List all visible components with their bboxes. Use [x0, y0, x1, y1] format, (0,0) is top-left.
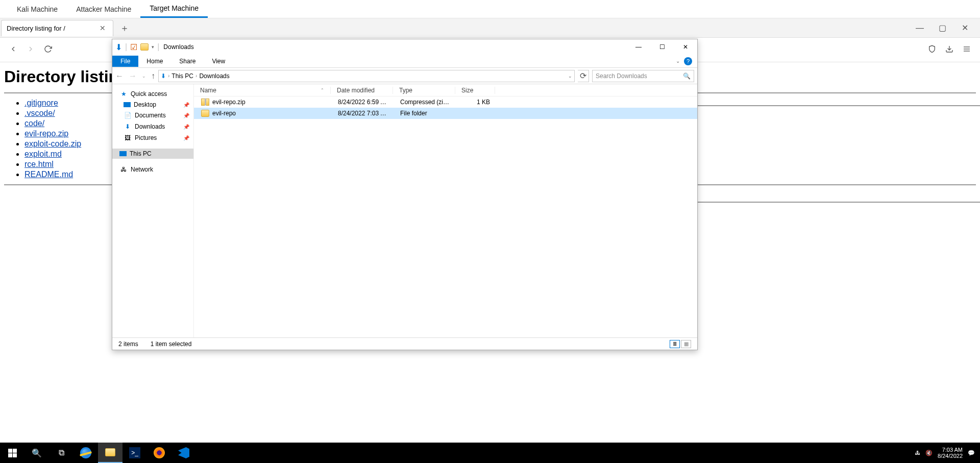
directory-link[interactable]: README.md [24, 170, 73, 179]
explorer-minimize-button[interactable]: — [627, 39, 650, 55]
directory-link[interactable]: exploit.md [24, 150, 62, 158]
file-name: evil-repo.zip [212, 99, 246, 106]
directory-link[interactable]: exploit-code.zip [24, 139, 81, 148]
taskbar-powershell-button[interactable]: >_ [122, 443, 147, 463]
browser-tab-title: Directory listing for / [7, 25, 65, 32]
taskbar-ie-button[interactable] [74, 443, 98, 463]
close-tab-icon[interactable]: ✕ [97, 24, 108, 32]
pictures-icon: 🖼 [124, 134, 132, 142]
qat-properties-icon[interactable]: ☑ [130, 42, 137, 52]
task-view-button[interactable]: ⧉ [49, 443, 74, 463]
taskbar-vscode-button[interactable] [172, 443, 196, 463]
tray-notifications-icon[interactable]: 💬 [968, 450, 975, 456]
ribbon-share[interactable]: Share [171, 56, 204, 67]
nav-desktop[interactable]: Desktop 📌 [112, 100, 193, 110]
window-title: Downloads [163, 43, 193, 51]
address-refresh-button[interactable]: ⟳ [578, 70, 589, 82]
nav-this-pc[interactable]: This PC [112, 149, 193, 159]
col-type[interactable]: Type [393, 87, 455, 94]
file-size: 1 KB [456, 99, 496, 106]
table-row[interactable]: evil-repo.zip8/24/2022 6:59 AMCompressed… [194, 96, 697, 108]
taskbar-search-button[interactable]: 🔍 [24, 443, 49, 463]
download-icon[interactable] [945, 45, 953, 55]
machine-tab-kali[interactable]: Kali Machine [8, 1, 67, 17]
search-input[interactable]: Search Downloads 🔍 [592, 70, 694, 82]
explorer-forward-button[interactable]: → [129, 71, 137, 81]
machine-tab-target[interactable]: Target Machine [140, 0, 208, 18]
breadcrumb-this-pc[interactable]: This PC [172, 72, 193, 80]
file-date: 8/24/2022 7:03 AM [332, 110, 394, 117]
nav-documents[interactable]: 📄 Documents 📌 [112, 110, 193, 121]
col-size[interactable]: Size [455, 87, 495, 94]
download-arrow-icon: ⬇ [161, 72, 166, 80]
navigation-pane: ★ Quick access Desktop 📌 📄 Documents 📌 ⬇… [112, 84, 194, 337]
browser-tab-strip: Directory listing for / ✕ ＋ — ▢ ✕ [0, 18, 980, 38]
forward-button[interactable] [27, 45, 35, 55]
menu-icon[interactable] [963, 45, 971, 55]
address-dropdown-icon[interactable]: ⌄ [568, 74, 572, 79]
pin-icon: 📌 [183, 102, 189, 108]
browser-maximize-icon[interactable]: ▢ [937, 23, 947, 33]
explorer-close-button[interactable]: ✕ [674, 39, 697, 55]
qat-dropdown-icon[interactable]: ▾ [152, 44, 154, 50]
status-bar: 2 items 1 item selected ≣ ▦ [112, 337, 697, 350]
folder-icon [105, 448, 115, 456]
explorer-maximize-button[interactable]: ☐ [650, 39, 674, 55]
page-divider [697, 105, 980, 106]
taskbar-firefox-button[interactable] [147, 443, 172, 463]
folder-icon [140, 43, 149, 51]
machine-tab-bar: Kali Machine Attacker Machine Target Mac… [0, 0, 980, 18]
tray-network-icon[interactable]: 🖧 [915, 450, 920, 456]
address-bar[interactable]: ⬇ › This PC › Downloads ⌄ [158, 70, 575, 82]
ribbon-view[interactable]: View [204, 56, 233, 67]
monitor-icon [119, 151, 127, 156]
qat-down-arrow-icon[interactable]: ⬇ [115, 42, 122, 52]
browser-tab[interactable]: Directory listing for / ✕ [1, 20, 113, 36]
nav-quick-access[interactable]: ★ Quick access [112, 88, 193, 100]
tray-clock[interactable]: 7:03 AM 8/24/2022 [938, 447, 963, 459]
directory-link[interactable]: .vscode/ [24, 109, 55, 117]
search-placeholder: Search Downloads [596, 72, 647, 80]
nav-network[interactable]: 🖧 Network [112, 164, 193, 175]
directory-link[interactable]: .gitignore [24, 99, 58, 107]
directory-link[interactable]: rce.html [24, 160, 54, 168]
nav-downloads[interactable]: ⬇ Downloads 📌 [112, 121, 193, 132]
page-divider [697, 202, 980, 203]
directory-link[interactable]: code/ [24, 119, 44, 128]
browser-close-icon[interactable]: ✕ [960, 23, 970, 33]
ribbon-file[interactable]: File [112, 56, 138, 67]
back-button[interactable] [9, 45, 17, 55]
search-icon: 🔍 [683, 72, 691, 80]
desktop-icon [124, 102, 131, 107]
new-tab-button[interactable]: ＋ [117, 21, 132, 35]
view-details-button[interactable]: ≣ [670, 340, 680, 348]
explorer-recent-dropdown[interactable]: ⌄ [142, 74, 146, 79]
browser-minimize-icon[interactable]: — [915, 23, 925, 33]
file-name: evil-repo [212, 110, 236, 117]
ribbon-expand-icon[interactable]: ⌄ [676, 58, 680, 64]
col-name[interactable]: Name⌃ [194, 87, 331, 94]
directory-link[interactable]: evil-repo.zip [24, 129, 68, 138]
ribbon-home[interactable]: Home [138, 56, 171, 67]
explorer-back-button[interactable]: ← [115, 71, 124, 81]
col-date[interactable]: Date modified [331, 87, 393, 94]
pin-icon: 📌 [183, 135, 189, 141]
ribbon-tabs: File Home Share View ⌄ ? [112, 55, 697, 68]
shield-icon[interactable] [928, 45, 936, 55]
explorer-up-button[interactable]: ↑ [151, 71, 155, 81]
table-row[interactable]: evil-repo8/24/2022 7:03 AMFile folder [194, 108, 697, 119]
view-large-button[interactable]: ▦ [681, 340, 691, 348]
help-icon[interactable]: ? [684, 57, 692, 65]
file-date: 8/24/2022 6:59 AM [332, 99, 394, 106]
start-button[interactable] [0, 443, 24, 463]
reload-button[interactable] [44, 45, 52, 55]
breadcrumb-downloads[interactable]: Downloads [199, 72, 229, 80]
explorer-titlebar[interactable]: ⬇ | ☑ ▾ | Downloads — ☐ ✕ [112, 39, 697, 55]
tray-sound-icon[interactable]: 🔇 [925, 450, 933, 456]
network-icon: 🖧 [119, 165, 128, 174]
machine-tab-attacker[interactable]: Attacker Machine [67, 1, 140, 17]
sort-caret-icon: ⌃ [321, 88, 324, 92]
taskbar-explorer-button[interactable] [98, 443, 122, 463]
status-selected-count: 1 item selected [151, 340, 192, 348]
nav-pictures[interactable]: 🖼 Pictures 📌 [112, 132, 193, 143]
